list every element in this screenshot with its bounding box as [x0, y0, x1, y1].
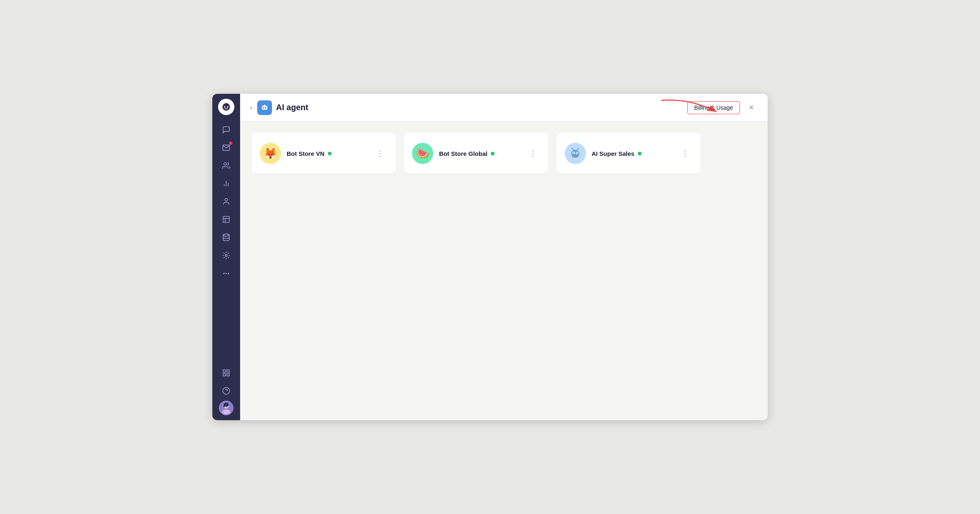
bot-avatar-vn: 🦊 — [260, 143, 281, 164]
sidebar-item-grid[interactable] — [218, 365, 234, 381]
svg-point-34 — [576, 153, 577, 154]
svg-point-23 — [223, 405, 225, 407]
main-panel: ‹ AI agent — [240, 94, 768, 420]
bots-grid: 🦊 Bot Store VN ⋮ 🍉 Bot Store Global ⋮ — [252, 133, 701, 174]
svg-rect-15 — [223, 374, 226, 376]
svg-point-26 — [265, 107, 266, 108]
bot-card-sales: AI Super Sales ⋮ — [557, 133, 701, 174]
inbox-badge — [229, 141, 233, 145]
bot-avatar-global: 🍉 — [412, 143, 433, 164]
svg-point-25 — [263, 107, 264, 108]
bot-name-sales: AI Super Sales — [592, 150, 673, 157]
back-button[interactable]: ‹ — [250, 103, 252, 112]
bot-name-vn: Bot Store VN — [287, 150, 368, 157]
svg-point-7 — [225, 199, 228, 202]
sidebar-item-contacts[interactable] — [218, 157, 234, 174]
svg-rect-16 — [227, 374, 229, 376]
sidebar-item-data[interactable] — [218, 229, 234, 246]
sidebar-item-reports[interactable] — [218, 175, 234, 192]
sidebar-item-profile[interactable] — [218, 193, 234, 210]
sidebar-item-integrations[interactable] — [218, 247, 234, 264]
status-dot-global — [491, 152, 494, 155]
sidebar-item-templates[interactable] — [218, 211, 234, 228]
svg-point-36 — [572, 148, 573, 149]
svg-point-12 — [225, 255, 227, 257]
bot-menu-global[interactable]: ⋮ — [526, 147, 540, 160]
svg-point-38 — [577, 148, 579, 149]
bot-name-global: Bot Store Global — [439, 150, 520, 157]
billing-usage-button[interactable]: Billing & Usage — [687, 101, 740, 114]
header-actions: Billing & Usage × — [687, 101, 758, 114]
svg-rect-8 — [223, 217, 229, 223]
svg-point-21 — [222, 410, 230, 414]
svg-point-0 — [223, 103, 230, 111]
bot-menu-vn[interactable]: ⋮ — [373, 147, 388, 160]
app-container: ··· — [212, 94, 768, 420]
sidebar-bottom — [218, 365, 234, 415]
status-dot-vn — [328, 152, 332, 155]
bot-card-vn: 🦊 Bot Store VN ⋮ — [252, 133, 396, 174]
status-dot-sales — [638, 152, 641, 155]
sidebar-item-more[interactable]: ··· — [218, 265, 234, 281]
page-title: AI agent — [276, 103, 308, 112]
sidebar: ··· — [212, 94, 240, 420]
svg-point-3 — [224, 163, 227, 166]
svg-point-2 — [227, 106, 229, 108]
main-content: 🦊 Bot Store VN ⋮ 🍉 Bot Store Global ⋮ — [240, 122, 768, 420]
svg-point-30 — [571, 150, 579, 158]
ai-agent-icon — [257, 100, 272, 115]
svg-point-28 — [264, 104, 265, 105]
user-avatar[interactable] — [219, 401, 234, 415]
svg-rect-13 — [223, 370, 226, 372]
sidebar-item-chat[interactable] — [218, 122, 234, 138]
close-button[interactable]: × — [745, 101, 758, 114]
svg-point-33 — [573, 153, 574, 154]
svg-rect-14 — [227, 370, 229, 372]
svg-point-1 — [224, 106, 226, 108]
sidebar-item-help[interactable] — [218, 383, 234, 399]
sidebar-item-inbox[interactable] — [218, 140, 234, 156]
svg-rect-24 — [262, 106, 267, 110]
bot-avatar-sales — [565, 143, 586, 164]
bot-menu-sales[interactable]: ⋮ — [678, 147, 693, 160]
app-logo[interactable] — [218, 99, 234, 115]
svg-point-11 — [223, 234, 229, 236]
bot-card-global: 🍉 Bot Store Global ⋮ — [404, 133, 548, 174]
page-header: ‹ AI agent — [240, 94, 768, 122]
